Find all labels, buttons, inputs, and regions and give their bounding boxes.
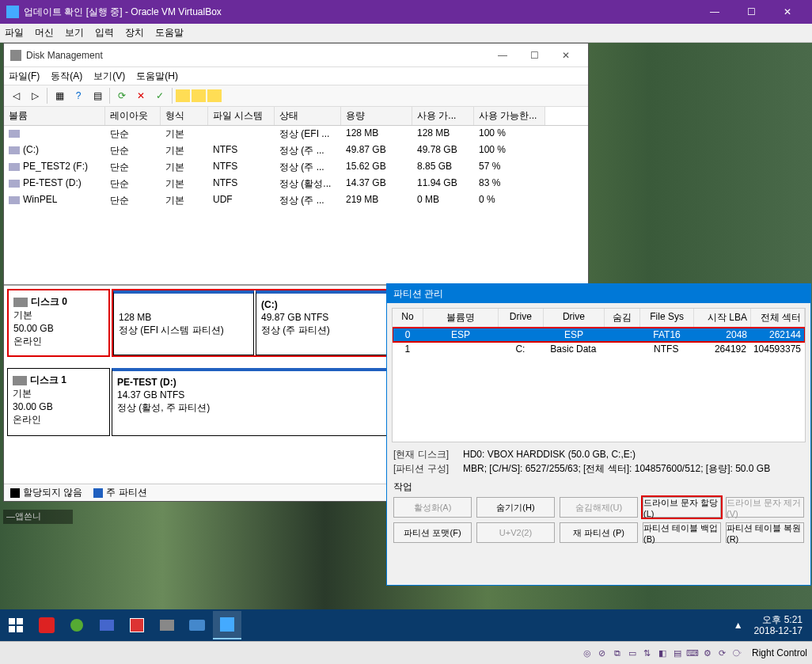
col-fs[interactable]: 파일 시스템 — [208, 107, 275, 125]
pm-col-sectors[interactable]: 전체 섹터 — [751, 309, 805, 327]
btn-uv2[interactable]: U+V2(2) — [476, 522, 555, 543]
col-pct[interactable]: 사용 가능한... — [474, 107, 545, 125]
disk0-part-efi[interactable]: 128 MB 정상 (EFI 시스템 파티션) — [113, 290, 254, 355]
pm-col-volname[interactable]: 볼륨명 — [423, 309, 499, 327]
tb-check-icon[interactable]: ✓ — [151, 87, 169, 104]
svg-rect-3 — [9, 626, 15, 632]
taskbar-clock[interactable]: 오후 5:21 2018-12-17 — [748, 614, 809, 637]
volume-row[interactable]: (C:)단순기본NTFS정상 (주 ...49.87 GB49.78 GB100… — [4, 142, 588, 159]
maximize-button[interactable]: ☐ — [733, 0, 769, 24]
pm-col-lba[interactable]: 시작 LBA — [694, 309, 751, 327]
col-free[interactable]: 사용 가... — [412, 107, 474, 125]
tb-extra2-icon[interactable] — [192, 89, 206, 102]
dm-menu-help[interactable]: 도움말(H) — [136, 70, 178, 83]
menu-machine[interactable]: 머신 — [35, 26, 54, 40]
vbox-status-icon[interactable]: ⟳ — [716, 647, 729, 659]
minimize-button[interactable]: — — [696, 0, 733, 24]
dm-minimize-button[interactable]: — — [487, 46, 518, 65]
pm-col-fs[interactable]: File Sys — [640, 309, 694, 327]
tb-delete-icon[interactable]: ✕ — [132, 87, 150, 104]
host-taskbar: ▲ 오후 5:21 2018-12-17 — [0, 609, 812, 641]
pm-titlebar[interactable]: 파티션 관리 — [387, 284, 810, 303]
btn-remove-letter[interactable]: 드라이브 문자 제거(V) — [726, 497, 804, 518]
volume-row[interactable]: WinPEL단순기본UDF정상 (주 ...219 MB0 MB0 % — [4, 192, 588, 209]
tb-help-icon[interactable]: ? — [70, 87, 87, 104]
col-type[interactable]: 형식 — [161, 107, 208, 125]
partition-manager-window: 파티션 관리 No 볼륨명 Drive Drive 숨김 File Sys 시작… — [386, 283, 811, 586]
menu-view[interactable]: 보기 — [65, 26, 84, 40]
btn-hide[interactable]: 숨기기(H) — [476, 497, 555, 518]
menu-file[interactable]: 파일 — [5, 26, 24, 40]
tray-icon[interactable]: ▲ — [734, 620, 743, 631]
btn-backup-table[interactable]: 파티션 테이블 백업(B) — [643, 522, 721, 543]
vbox-status-icon[interactable]: ⧉ — [611, 647, 624, 659]
pm-col-no[interactable]: No — [393, 309, 423, 327]
volume-row[interactable]: 단순기본정상 (EFI ...128 MB128 MB100 % — [4, 126, 588, 142]
col-capacity[interactable]: 용량 — [341, 107, 412, 125]
taskbar-app-6[interactable] — [183, 611, 211, 639]
col-layout[interactable]: 레이아웃 — [105, 107, 161, 125]
vbox-status-icon[interactable]: ◎ — [581, 647, 594, 659]
menu-devices[interactable]: 장치 — [125, 26, 144, 40]
pm-actions: 작업 활성화(A) 숨기기(H) 숨김해제(U) 드라이브 문자 할당(L) 드… — [393, 480, 804, 548]
btn-unhide[interactable]: 숨김해제(U) — [560, 497, 638, 518]
partition-row[interactable]: 1C:Basic DataNTFS264192104593375 — [393, 342, 805, 356]
dm-maximize-button[interactable]: ☐ — [518, 46, 550, 65]
btn-activate[interactable]: 활성화(A) — [393, 497, 472, 518]
taskbar-app-5[interactable] — [153, 611, 181, 639]
disk1-label[interactable]: 디스크 1 기본 30.00 GB 온라인 — [7, 368, 110, 436]
vbox-status-icon[interactable]: ◧ — [656, 647, 669, 659]
pm-col-drive[interactable]: Drive — [499, 309, 543, 327]
taskbar-app-3[interactable] — [93, 611, 121, 639]
vbox-status-icon[interactable]: ⧂ — [731, 647, 744, 659]
start-button[interactable] — [0, 609, 32, 641]
tb-extra1-icon[interactable] — [176, 89, 190, 102]
close-button[interactable]: ✕ — [769, 0, 806, 24]
taskbar-app-2[interactable] — [63, 611, 91, 639]
dm-menubar: 파일(F) 동작(A) 보기(V) 도움말(H) — [4, 67, 588, 85]
dm-icon — [10, 50, 21, 61]
col-volume[interactable]: 볼륨 — [4, 107, 105, 125]
tb-fwd-icon[interactable]: ▷ — [26, 87, 44, 104]
col-status[interactable]: 상태 — [275, 107, 341, 125]
tb-extra3-icon[interactable] — [207, 89, 222, 102]
btn-repartition[interactable]: 재 파티션 (P) — [560, 522, 638, 543]
pm-col-drive2[interactable]: Drive — [544, 309, 605, 327]
tb-refresh-icon[interactable]: ⟳ — [113, 87, 131, 104]
disk0-label[interactable]: 디스크 0 기본 50.00 GB 온라인 — [7, 289, 110, 357]
vbox-status-icon[interactable]: ⌨ — [686, 647, 699, 659]
taskbar-app-vbox[interactable] — [213, 611, 241, 639]
vbox-title-text: 업데이트 확인 [실행 중] - Oracle VM VirtualBox — [24, 6, 696, 19]
tb-grid-icon[interactable]: ▦ — [51, 87, 68, 104]
taskbar-app-4[interactable] — [123, 611, 151, 639]
vbox-status-icon[interactable]: ⇅ — [641, 647, 654, 659]
dm-menu-action[interactable]: 동작(A) — [51, 70, 82, 83]
disk-icon — [13, 376, 27, 385]
taskbar-app-power[interactable] — [32, 611, 61, 639]
volume-row[interactable]: PE_TEST2 (F:)단순기본NTFS정상 (주 ...15.62 GB8.… — [4, 159, 588, 176]
menu-input[interactable]: 입력 — [95, 26, 114, 40]
tb-back-icon[interactable]: ◁ — [7, 87, 25, 104]
dm-close-button[interactable]: ✕ — [550, 46, 582, 65]
vbox-status-icon[interactable]: ▭ — [626, 647, 639, 659]
dm-menu-file[interactable]: 파일(F) — [9, 70, 40, 83]
pm-col-hidden[interactable]: 숨김 — [605, 309, 640, 327]
dm-menu-view[interactable]: 보기(V) — [93, 70, 125, 83]
vbox-status-icon[interactable]: ▤ — [671, 647, 684, 659]
partition-row[interactable]: 0ESPESPFAT162048262144 — [393, 328, 805, 342]
btn-restore-table[interactable]: 파티션 테이블 복원(R) — [726, 522, 804, 543]
dm-titlebar[interactable]: Disk Management — ☐ ✕ — [4, 44, 588, 67]
vbox-statusbar: ◎⊘⧉▭⇅◧▤⌨⚙⟳⧂ Right Control — [0, 641, 812, 664]
vbox-titlebar[interactable]: 업데이트 확인 [실행 중] - Oracle VM VirtualBox — … — [0, 0, 812, 24]
svg-rect-1 — [9, 618, 15, 624]
vbox-status-icon[interactable]: ⊘ — [596, 647, 609, 659]
pm-partition-list: No 볼륨명 Drive Drive 숨김 File Sys 시작 LBA 전체… — [392, 308, 806, 442]
vbox-status-icon[interactable]: ⚙ — [701, 647, 714, 659]
btn-format[interactable]: 파티션 포맷(F) — [393, 522, 472, 543]
volume-row[interactable]: PE-TEST (D:)단순기본NTFS정상 (활성...14.37 GB11.… — [4, 176, 588, 192]
dm-toolbar: ◁ ▷ ▦ ? ▤ ⟳ ✕ ✓ — [4, 85, 588, 107]
menu-help[interactable]: 도움말 — [155, 26, 184, 40]
tb-props-icon[interactable]: ▤ — [89, 87, 106, 104]
pm-disk-info: [현재 디스크]HD0: VBOX HARDDISK (50.0 GB, C:,… — [393, 447, 804, 476]
btn-assign-letter[interactable]: 드라이브 문자 할당(L) — [643, 497, 721, 518]
